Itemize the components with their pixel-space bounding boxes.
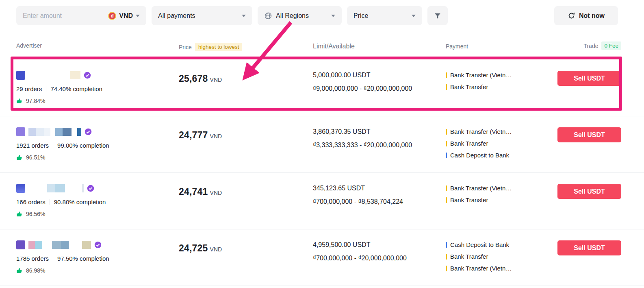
price-dropdown[interactable]: Price (347, 6, 422, 25)
divider (53, 256, 53, 261)
price-currency: VND (210, 76, 222, 83)
payment-method-label: Cash Deposit to Bank (450, 152, 509, 159)
available-amount: 4,959,500.00 USDT (313, 241, 446, 249)
advertiser-link[interactable] (16, 183, 179, 193)
chevron-down-icon (331, 15, 335, 17)
p2p-sell-page: đ VND All payments All Regions (0, 0, 644, 288)
amount-input[interactable] (23, 12, 84, 20)
payment-method: Cash Deposit to Bank (446, 241, 557, 248)
payment-color-bar (446, 266, 447, 271)
payment-method: Cash Deposit to Bank (446, 152, 557, 159)
currency-selector[interactable]: đ VND (108, 12, 140, 20)
payment-method: Bank Transfer (446, 196, 557, 203)
offer-row: 1785 orders 97.50% completion 86.98% 24,… (0, 229, 644, 286)
filter-bar: đ VND All payments All Regions (0, 0, 644, 25)
payment-color-bar (446, 242, 447, 248)
completion-rate: 97.50% completion (57, 255, 109, 262)
completion-rate: 99.00% completion (57, 142, 109, 149)
thumbs-up-icon (16, 267, 23, 274)
sell-usdt-button[interactable]: Sell USDT (557, 240, 621, 255)
payment-method-label: Bank Transfer (Vietn… (450, 265, 512, 272)
payment-method-label: Bank Transfer (450, 83, 488, 90)
funnel-icon (434, 12, 441, 20)
available-amount: 345,123.65 USDT (313, 185, 446, 192)
payment-color-bar (446, 141, 447, 146)
header-price: Price (179, 44, 192, 50)
advertiser-link[interactable] (16, 70, 179, 80)
payments-dropdown-label: All payments (158, 12, 195, 20)
limit-range: ₫700,000,000 - ₫20,000,000,000 (313, 255, 446, 262)
positive-rating: 97.84% (26, 98, 45, 104)
payment-method: Bank Transfer (446, 253, 557, 260)
price-value: 24,725 (179, 243, 208, 253)
chevron-down-icon (412, 15, 416, 17)
payments-dropdown[interactable]: All payments (152, 6, 252, 25)
advertiser-link[interactable] (16, 127, 179, 137)
payment-method-label: Bank Transfer (450, 196, 488, 203)
limit-range: ₫9,000,000,000 - ₫20,000,000,000 (313, 85, 446, 92)
not-now-label: Not now (579, 12, 605, 20)
payment-color-bar (446, 72, 447, 78)
payment-method: Bank Transfer (Vietn… (446, 185, 557, 192)
offer-row: 1921 orders 99.00% completion 96.51% 24,… (0, 116, 644, 173)
thumbs-up-icon (16, 98, 23, 104)
sort-order-badge[interactable]: highest to lowest (195, 43, 243, 51)
thumbs-up-icon (16, 154, 23, 161)
available-amount: 5,000,000.00 USDT (313, 72, 446, 79)
header-limit-available: Limit/Available (313, 41, 446, 50)
limit-range: ₫3,333,333,333 - ₫20,000,000,000 (313, 142, 446, 149)
offers-list: 29 orders 74.40% completion 97.84% 25,67… (0, 60, 644, 286)
verified-badge-icon (85, 128, 92, 135)
offer-row: 29 orders 74.40% completion 97.84% 25,67… (0, 60, 644, 116)
advertiser-avatar (16, 240, 25, 249)
advertiser-avatar (16, 71, 25, 80)
payment-methods: Bank Transfer (Vietn…Bank TransferCash D… (446, 127, 557, 164)
payment-method-label: Bank Transfer (Vietn… (450, 72, 512, 79)
globe-icon (264, 12, 272, 20)
orders-count: 1785 orders (16, 255, 49, 262)
payment-method-label: Bank Transfer (Vietn… (450, 185, 512, 192)
advertiser-link[interactable] (16, 240, 179, 250)
verified-badge-icon (84, 72, 91, 79)
price-currency: VND (210, 246, 222, 253)
payment-color-bar (446, 129, 447, 135)
regions-dropdown-label: All Regions (276, 12, 309, 20)
completion-rate: 74.40% completion (50, 85, 102, 92)
available-amount: 3,860,370.35 USDT (313, 128, 446, 135)
amount-field: đ VND (16, 6, 146, 25)
payment-methods: Cash Deposit to BankBank TransferBank Tr… (446, 240, 557, 277)
not-now-button[interactable]: Not now (554, 6, 618, 25)
header-trade: Trade (583, 43, 598, 49)
advertiser-avatar (16, 127, 25, 136)
offer-row: 166 orders 90.80% completion 96.56% 24,7… (0, 173, 644, 229)
payment-methods: Bank Transfer (Vietn…Bank Transfer (446, 70, 557, 95)
zero-fee-badge: 0 Fee (601, 41, 621, 50)
advertiser-name-blurred (28, 127, 81, 136)
positive-rating: 86.98% (26, 267, 45, 274)
completion-rate: 90.80% completion (54, 199, 106, 205)
sell-usdt-button[interactable]: Sell USDT (557, 184, 621, 199)
payment-method-label: Bank Transfer (450, 253, 488, 260)
positive-rating: 96.51% (26, 154, 45, 161)
thumbs-up-icon (16, 211, 23, 217)
payment-method: Bank Transfer (446, 140, 557, 147)
advertiser-name-blurred (28, 184, 84, 193)
sell-usdt-button[interactable]: Sell USDT (557, 127, 621, 142)
regions-dropdown[interactable]: All Regions (258, 6, 342, 25)
sell-usdt-button[interactable]: Sell USDT (557, 71, 621, 86)
chevron-down-icon (136, 15, 140, 17)
chevron-down-icon (242, 15, 246, 17)
advertiser-name-blurred (28, 71, 80, 80)
payment-method: Bank Transfer (Vietn… (446, 265, 557, 272)
payment-method: Bank Transfer (Vietn… (446, 128, 557, 135)
header-payment: Payment (446, 42, 557, 50)
filter-button[interactable] (427, 6, 448, 25)
divider (50, 199, 50, 205)
currency-code: VND (119, 12, 133, 20)
payment-color-bar (446, 197, 447, 203)
advertiser-avatar (16, 184, 25, 193)
orders-count: 29 orders (16, 85, 42, 92)
limit-range: ₫700,000,000 - ₫8,538,704,224 (313, 198, 446, 205)
payment-color-bar (446, 84, 447, 90)
orders-count: 1921 orders (16, 142, 49, 149)
